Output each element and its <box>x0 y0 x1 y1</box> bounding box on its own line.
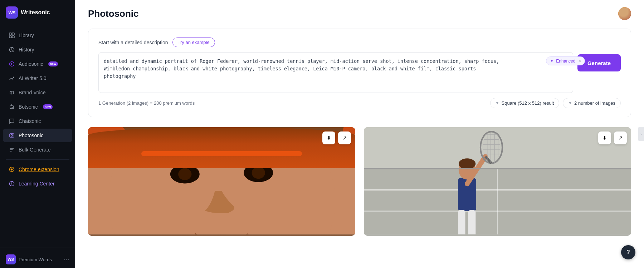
images-grid: ⬇ ↗ <box>88 127 631 236</box>
svg-point-10 <box>11 104 12 105</box>
sidebar-item-history-label: History <box>19 47 34 53</box>
enhanced-badge: ✦ Enhanced × <box>546 56 585 65</box>
sidebar-item-audiosonic[interactable]: Audiosonic new <box>3 57 72 71</box>
svg-rect-7 <box>10 106 14 109</box>
collapse-sidebar-arrow[interactable]: › <box>638 127 644 141</box>
description-header: Start with a detailed description Try an… <box>98 38 621 47</box>
svg-rect-1 <box>12 33 14 35</box>
images-count-select[interactable]: ▼ 2 number of images <box>563 98 621 108</box>
image-2-share-button[interactable]: ↗ <box>614 131 627 144</box>
svg-point-12 <box>11 135 13 137</box>
botsonic-badge: new <box>43 104 53 109</box>
generation-info: 1 Generation (2 images) = 200 premium wo… <box>98 100 195 106</box>
sidebar-item-ai-writer-label: AI Writer 5.0 <box>19 75 47 81</box>
sidebar-item-botsonic-label: Botsonic <box>19 104 38 110</box>
sidebar: WS Writesonic Library <box>0 0 75 268</box>
library-icon <box>9 32 15 39</box>
images-chevron-icon: ▼ <box>568 101 572 105</box>
image-2-actions: ⬇ ↗ <box>598 131 627 144</box>
page-title: Photosonic <box>88 8 139 19</box>
sidebar-item-chatsonic-label: Chatsonic <box>19 118 41 124</box>
logo-icon: WS <box>6 6 18 19</box>
ai-writer-icon <box>9 75 15 81</box>
chrome-ext-icon <box>9 166 15 173</box>
sidebar-item-photosonic-label: Photosonic <box>19 133 43 138</box>
enhanced-close-button[interactable]: × <box>578 58 581 64</box>
description-label: Start with a detailed description <box>98 40 168 45</box>
brand-voice-icon <box>9 89 15 96</box>
federer-court-image <box>364 127 631 234</box>
image-card-1: ⬇ ↗ <box>88 127 355 236</box>
bulk-generate-icon <box>9 147 15 153</box>
botsonic-icon <box>9 104 15 110</box>
sidebar-learning-center-label: Learning Center <box>19 181 54 187</box>
sidebar-item-history[interactable]: History <box>3 43 72 56</box>
premium-more-icon[interactable]: ⋯ <box>64 256 69 263</box>
image-1-actions: ⬇ ↗ <box>322 131 351 144</box>
sidebar-bottom: WS Premium Words ⋯ <box>0 248 75 268</box>
prompt-controls: ▼ Square (512 x 512) result ▼ 2 number o… <box>490 98 621 108</box>
image-1-download-button[interactable]: ⬇ <box>322 131 335 144</box>
sidebar-nav: Library History Audiosonic new <box>0 25 75 248</box>
logo-text: Writesonic <box>21 9 50 16</box>
svg-rect-47 <box>458 210 465 234</box>
avatar-image <box>618 7 631 20</box>
prompt-textarea[interactable] <box>98 52 573 93</box>
chatsonic-icon <box>9 118 15 124</box>
premium-words-label: Premium Words <box>19 257 52 262</box>
premium-icon: WS <box>6 254 16 264</box>
sidebar-item-chrome-ext[interactable]: Chrome extension <box>3 163 72 176</box>
history-icon <box>9 46 15 53</box>
avatar[interactable] <box>618 7 631 20</box>
svg-point-23 <box>178 168 191 180</box>
prompt-wrapper: ✦ Enhanced × Generate <box>98 52 621 93</box>
sidebar-divider <box>6 159 69 160</box>
sidebar-item-brand-voice[interactable]: Brand Voice <box>3 86 72 99</box>
help-button[interactable]: ? <box>621 245 635 259</box>
size-select[interactable]: ▼ Square (512 x 512) result <box>490 98 560 108</box>
premium-words-row[interactable]: WS Premium Words ⋯ <box>0 251 75 268</box>
main-content: › Photosonic Start with a detailed descr… <box>75 0 644 268</box>
try-example-button[interactable]: Try an example <box>172 38 215 47</box>
prompt-footer: 1 Generation (2 images) = 200 premium wo… <box>98 98 621 108</box>
svg-point-9 <box>12 107 13 108</box>
sidebar-item-bulk-generate[interactable]: Bulk Generate <box>3 143 72 157</box>
svg-rect-0 <box>9 33 11 35</box>
sidebar-item-audiosonic-label: Audiosonic <box>19 61 43 67</box>
sidebar-item-library[interactable]: Library <box>3 29 72 42</box>
sidebar-item-brand-voice-label: Brand Voice <box>19 90 46 95</box>
sidebar-item-chatsonic[interactable]: Chatsonic <box>3 114 72 128</box>
logo[interactable]: WS Writesonic <box>0 0 75 25</box>
download-icon-2: ⬇ <box>602 135 607 141</box>
svg-point-24 <box>252 167 265 179</box>
svg-point-34 <box>459 158 476 169</box>
sidebar-item-learning-center[interactable]: Learning Center <box>3 177 72 190</box>
image-card-2: ⬇ ↗ <box>364 127 631 236</box>
image-2-download-button[interactable]: ⬇ <box>598 131 611 144</box>
svg-rect-48 <box>468 210 475 234</box>
images-count-label: 2 number of images <box>574 100 615 106</box>
share-icon: ↗ <box>342 135 347 141</box>
svg-point-13 <box>13 134 14 135</box>
svg-rect-3 <box>12 36 14 38</box>
size-label: Square (512 x 512) result <box>502 100 554 106</box>
sidebar-item-ai-writer[interactable]: AI Writer 5.0 <box>3 71 72 85</box>
sidebar-item-botsonic[interactable]: Botsonic new <box>3 100 72 114</box>
sidebar-item-bulk-generate-label: Bulk Generate <box>19 147 51 153</box>
content-area: Start with a detailed description Try an… <box>75 20 644 244</box>
learning-icon <box>9 180 15 187</box>
sidebar-chrome-ext-label: Chrome extension <box>19 167 59 172</box>
svg-point-6 <box>13 77 14 78</box>
federer-closeup-image <box>88 127 355 234</box>
enhanced-label: Enhanced <box>556 59 575 64</box>
svg-rect-2 <box>9 36 11 38</box>
sidebar-item-library-label: Library <box>19 33 34 38</box>
audiosonic-badge: new <box>48 61 58 66</box>
description-card: Start with a detailed description Try an… <box>88 29 631 117</box>
sidebar-item-photosonic[interactable]: Photosonic <box>3 129 72 142</box>
svg-point-17 <box>11 184 12 185</box>
size-chevron-icon: ▼ <box>496 101 499 105</box>
wand-icon: ✦ <box>550 58 554 64</box>
image-1-share-button[interactable]: ↗ <box>338 131 351 144</box>
share-icon-2: ↗ <box>618 135 623 141</box>
